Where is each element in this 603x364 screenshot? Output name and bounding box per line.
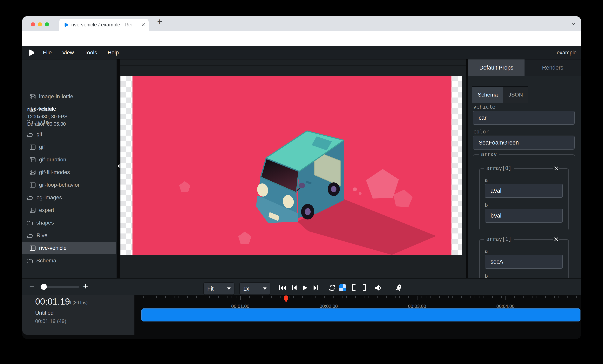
sidebar-item-image-in-lottie[interactable]: image-in-lottie (22, 90, 116, 103)
sidebar-item-paths[interactable]: paths (22, 115, 116, 128)
set-in-point-button[interactable] (349, 283, 359, 293)
film-icon (30, 94, 35, 99)
remove-array-item-1-icon[interactable] (553, 236, 559, 242)
field-label-b: b (485, 273, 488, 278)
divider (120, 65, 466, 66)
sidebar-item-label: Rive (36, 232, 47, 239)
tab-default-props[interactable]: Default Props (468, 59, 524, 76)
sidebar-item-label: og-images (36, 194, 62, 201)
chevron-down-icon (227, 287, 231, 290)
zoom-slider-thumb[interactable] (41, 284, 47, 290)
field-label-b: b (485, 202, 488, 208)
color-input[interactable]: SeaFoamGreen (473, 136, 575, 149)
folder-icon (27, 119, 33, 125)
sidebar-item-expert[interactable]: expert (22, 204, 116, 216)
tab-close-icon[interactable] (141, 22, 146, 27)
menu-view[interactable]: View (62, 49, 74, 56)
sidebar-item-gif[interactable]: gif (22, 141, 116, 153)
film-icon (30, 145, 35, 150)
sidebar-item-rive-folder[interactable]: Rive (22, 229, 116, 242)
tab-search-chevron-icon[interactable] (571, 21, 576, 26)
sidebar-item-label: gif-duration (39, 157, 66, 163)
tab-renders[interactable]: Renders (524, 59, 581, 76)
sidebar-item-schema[interactable]: Schema (22, 254, 116, 267)
sidebar-item-gif-loop-behavior[interactable]: gif-loop-behavior (22, 179, 116, 191)
sidebar-item-shapes[interactable]: shapes (22, 216, 116, 229)
play-button[interactable] (300, 283, 310, 293)
next-frame-button[interactable] (311, 283, 321, 293)
field-label-color: color (473, 129, 489, 135)
remove-array-item-0-icon[interactable] (553, 166, 559, 171)
sidebar-item-label: gif-fill-modes (39, 169, 70, 175)
playhead-handle[interactable] (283, 295, 289, 303)
array-0-b-input[interactable]: bVal (485, 209, 563, 223)
folder-open-icon (27, 195, 33, 200)
vehicle-input[interactable]: car (473, 111, 575, 125)
sidebar-item-label: gif-loop-behavior (39, 182, 80, 188)
render-rocket-button[interactable] (394, 283, 404, 293)
ruler-label: 00:02.00 (320, 304, 338, 309)
jump-to-start-button[interactable] (278, 283, 288, 293)
browser-window: rive-vehicle / example - Remoti + localh… (22, 16, 581, 339)
composition-canvas[interactable] (132, 76, 452, 255)
browser-address-bar: localhost:3000/rive-vehicle (22, 31, 581, 46)
zoom-in-button[interactable]: + (83, 281, 88, 291)
field-label-a: a (485, 248, 488, 254)
sidebar-item-og-images[interactable]: og-images (22, 191, 116, 204)
folder-open-icon (27, 132, 33, 137)
ruler-label: 00:01.00 (231, 304, 249, 309)
volume-button[interactable] (373, 283, 383, 293)
timeline-track-area[interactable]: 00:01.00 00:02.00 00:03.00 00:04.00 (135, 295, 581, 339)
menu-file[interactable]: File (43, 49, 52, 56)
menu-help[interactable]: Help (108, 49, 119, 56)
sidebar-item-label: gif (36, 131, 42, 137)
loop-toggle-button[interactable] (327, 283, 337, 293)
folder-icon (27, 220, 33, 226)
timeline-track-bar[interactable] (141, 308, 580, 321)
track-name: Untitled (35, 310, 54, 316)
sidebar-item-label: paths (36, 119, 50, 125)
sidebar-item-rive-vehicle[interactable]: rive-vehicle (22, 242, 116, 254)
close-window-button[interactable] (31, 22, 35, 26)
array-1-a-input[interactable]: secA (485, 255, 563, 269)
new-tab-button[interactable]: + (157, 17, 162, 26)
transparency-toggle-button[interactable] (338, 283, 348, 293)
bundle-name-label: example (557, 50, 577, 56)
toggle-json[interactable]: JSON (503, 87, 528, 103)
toggle-schema[interactable]: Schema (472, 87, 503, 103)
browser-tab[interactable]: rive-vehicle / example - Remoti (59, 19, 149, 31)
speed-dropdown-value: 1x (243, 285, 249, 292)
sidebar-item-label: Schema (36, 258, 56, 264)
player-toolbar: − + Fit 1x (22, 278, 581, 295)
timeline-info-panel: 00:01.19 49 (30 fps) Untitled 00:01.19 (… (22, 295, 134, 335)
sidebar-item-label: shapes (36, 220, 54, 226)
track-range: 00:01.19 (49) (35, 318, 66, 324)
browser-tab-strip: rive-vehicle / example - Remoti + (22, 16, 581, 31)
array-0-a-input[interactable]: aVal (485, 184, 563, 198)
previous-frame-button[interactable] (290, 283, 300, 293)
sidebar-item-label: rive-vehicle (39, 245, 67, 251)
collapse-left-panel-button[interactable] (116, 163, 120, 169)
out-bracket-icon (363, 284, 366, 291)
sidebar-item-loader[interactable]: loader (22, 103, 116, 115)
array-item-1-legend: array[1] (484, 236, 514, 242)
fit-dropdown-value: Fit (207, 285, 213, 292)
zoom-out-button[interactable]: − (29, 281, 35, 291)
set-out-point-button[interactable] (359, 283, 370, 293)
fit-dropdown[interactable]: Fit (203, 283, 234, 295)
sidebar-item-gif-folder[interactable]: gif (22, 128, 116, 141)
schema-json-toggle: Schema JSON (472, 86, 528, 103)
menu-tools[interactable]: Tools (84, 49, 97, 56)
playback-speed-dropdown[interactable]: 1x (239, 283, 270, 295)
sidebar-item-gif-fill-modes[interactable]: gif-fill-modes (22, 166, 116, 179)
minimize-window-button[interactable] (38, 22, 42, 26)
tab-title: rive-vehicle / example - Remoti (71, 19, 133, 31)
sidebar-item-gif-duration[interactable]: gif-duration (22, 153, 116, 166)
array-item-0-legend: array[0] (484, 165, 514, 171)
film-icon (30, 157, 35, 162)
film-icon (30, 246, 35, 251)
ruler-label: 00:04.00 (496, 304, 514, 309)
film-icon (30, 107, 35, 112)
maximize-window-button[interactable] (45, 22, 49, 26)
remotion-logo-icon[interactable] (27, 49, 35, 56)
